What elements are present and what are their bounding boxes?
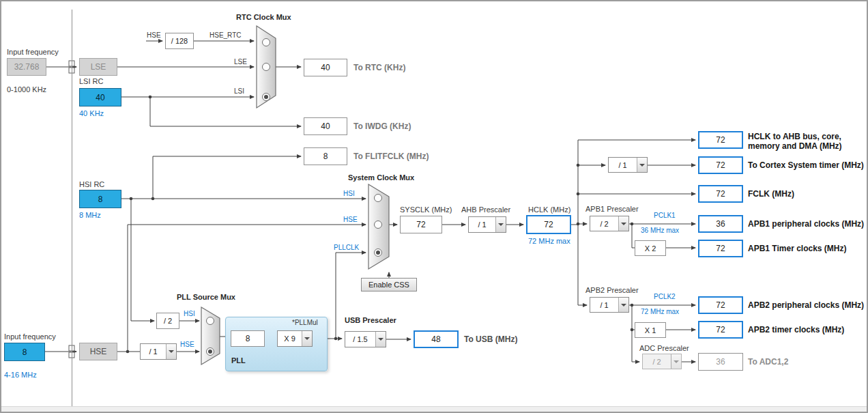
iwdg-clock-value-box: 40 — [304, 117, 347, 135]
ahb-prescaler-value: / 1 — [469, 217, 495, 232]
to-iwdg-label: To IWDG (KHz) — [353, 122, 411, 131]
apb2-prescaler-value: / 1 — [590, 298, 618, 312]
sysclk-value-box[interactable]: 72 — [400, 216, 442, 233]
cortex-prescaler-dropdown[interactable]: / 1 — [608, 157, 648, 173]
apb1-max-caption: 36 MHz max — [641, 227, 679, 234]
hclk-ahb-label-line2: memory and DMA (MHz) — [748, 141, 842, 151]
chevron-down-icon — [618, 298, 628, 312]
sysmux-radio-pllclk[interactable] — [374, 248, 382, 257]
chevron-down-icon — [671, 354, 681, 369]
apb1-timer-multiplier-box: X 2 — [635, 240, 666, 256]
apb1-timer-value-box[interactable]: 72 — [698, 240, 743, 257]
apb2-peripheral-value-box[interactable]: 72 — [698, 296, 743, 314]
sysmux-radio-hsi[interactable] — [374, 194, 382, 202]
sysmux-pllclk-input-label: PLLCLK — [334, 244, 359, 251]
rtc-clock-mux-title: RTC Clock Mux — [236, 13, 291, 21]
chevron-down-icon — [618, 216, 628, 231]
sysmux-radio-hse[interactable] — [374, 220, 382, 229]
pllmux-radio-hsi[interactable] — [206, 317, 214, 325]
pllmul-dropdown[interactable]: X 9 — [277, 330, 313, 347]
ahb-prescaler-dropdown[interactable]: / 1 — [468, 216, 506, 233]
fclk-label: FCLK (MHz) — [748, 189, 794, 199]
to-rtc-label: To RTC (KHz) — [353, 63, 405, 72]
hse-input-frequency-label: Input frequency — [4, 332, 56, 341]
hclk-label: HCLK (MHz) — [528, 205, 570, 214]
apb2-prescaler-dropdown[interactable]: / 1 — [590, 297, 629, 313]
hse-prediv-value: / 1 — [141, 344, 166, 359]
chevron-down-icon — [495, 217, 506, 232]
apb2-timer-value-box[interactable]: 72 — [698, 321, 743, 339]
to-usb-label: To USB (MHz) — [464, 334, 517, 344]
apb1-peripheral-label: APB1 peripheral clocks (MHz) — [748, 219, 864, 229]
cortex-timer-label: To Cortex System timer (MHz) — [748, 160, 864, 170]
apb1-prescaler-dropdown[interactable]: / 2 — [590, 216, 629, 231]
apb1-peripheral-value-box[interactable]: 36 — [698, 215, 743, 233]
apb2-max-caption: 72 MHz max — [641, 308, 679, 315]
pclk1-label: PCLK1 — [654, 212, 676, 219]
adc-prescaler-dropdown: / 2 — [642, 354, 682, 369]
rtc-lse-input-label: LSE — [234, 58, 247, 66]
pll-block-label: PLL — [231, 356, 246, 365]
lsi-frequency-box[interactable]: 40 — [79, 88, 121, 106]
apb2-timer-label: APB2 timer clocks (MHz) — [748, 325, 844, 334]
rtc-hse-divider-box: / 128 — [165, 33, 194, 49]
hsi-rc-label: HSI RC — [79, 180, 104, 188]
apb2-prescaler-label: APB2 Prescaler — [585, 286, 639, 294]
hclk-value-box[interactable]: 72 — [526, 215, 571, 234]
hsi-frequency-box[interactable]: 8 — [79, 190, 121, 208]
pll-input-value-box: 8 — [231, 330, 265, 347]
clock-configuration-canvas: Input frequency 32.768 0-1000 KHz LSE LS… — [0, 0, 868, 413]
sysclk-label: SYSCLK (MHz) — [400, 205, 452, 214]
hclk-ahb-value-box[interactable]: 72 — [698, 131, 743, 149]
rtc-mux-radio-lsi[interactable] — [262, 93, 270, 101]
chevron-down-icon — [637, 158, 647, 172]
fclk-value-box[interactable]: 72 — [698, 185, 743, 203]
pllmux-hse-input-label: HSE — [180, 341, 194, 348]
to-flitfclk-label: To FLITFCLK (MHz) — [353, 152, 429, 161]
pllmul-value: X 9 — [278, 331, 302, 346]
ahb-prescaler-label: AHB Prescaler — [461, 205, 510, 214]
pllmux-hsi-input-label: HSI — [184, 310, 195, 317]
hse-input-frequency-field[interactable]: 8 — [4, 343, 45, 361]
rtc-hse-source-label: HSE — [147, 31, 161, 39]
sysmux-hse-input-label: HSE — [343, 216, 358, 223]
horizontal-scrollbar[interactable] — [1, 406, 867, 412]
cortex-timer-value-box[interactable]: 72 — [698, 156, 743, 174]
hse-frequency-range: 4-16 MHz — [4, 371, 37, 379]
apb1-prescaler-value: / 2 — [590, 216, 618, 231]
sysmux-hsi-input-label: HSI — [343, 190, 355, 197]
usb-prescaler-title: USB Prescaler — [345, 316, 396, 324]
hclk-max-caption: 72 MHz max — [528, 237, 570, 245]
lse-input-frequency-field: 32.768 — [7, 58, 46, 76]
left-panel-divider — [72, 10, 72, 407]
rtc-mux-radio-lse[interactable] — [262, 63, 270, 71]
apb1-timer-label: APB1 Timer clocks (MHz) — [748, 244, 847, 253]
hse-rtc-signal-label: HSE_RTC — [209, 31, 242, 39]
usb-clock-value-box[interactable]: 48 — [414, 330, 459, 348]
pllmux-radio-hse[interactable] — [206, 347, 214, 356]
lse-input-frequency-label: Input frequency — [7, 48, 59, 56]
lse-oscillator-box: LSE — [79, 58, 117, 76]
lse-frequency-range: 0-1000 KHz — [7, 85, 46, 94]
rtc-lsi-input-label: LSI — [234, 87, 244, 95]
hclk-ahb-label-line1: HCLK to AHB bus, core, — [748, 132, 841, 141]
lsi-frequency-caption: 40 KHz — [79, 109, 104, 117]
rtc-mux-radio-hse-rtc[interactable] — [262, 38, 270, 46]
pclk2-label: PCLK2 — [654, 293, 676, 300]
flitfclk-value-box: 8 — [304, 147, 347, 165]
cortex-prescaler-value: / 1 — [609, 158, 637, 172]
pll-hsi-divider-box: / 2 — [156, 313, 179, 329]
chevron-down-icon — [375, 332, 386, 347]
chevron-down-icon — [302, 331, 312, 346]
enable-css-button[interactable]: Enable CSS — [361, 278, 417, 291]
adc-prescaler-value: / 2 — [643, 354, 671, 369]
rtc-clock-value-box: 40 — [304, 59, 347, 76]
hse-prediv-dropdown[interactable]: / 1 — [140, 343, 177, 360]
chevron-down-icon — [166, 344, 176, 359]
apb2-peripheral-label: APB2 peripheral clocks (MHz) — [748, 300, 864, 310]
usb-prescaler-value: / 1.5 — [345, 332, 375, 347]
lsi-rc-label: LSI RC — [79, 77, 103, 85]
pll-source-mux-title: PLL Source Mux — [177, 293, 235, 301]
adc-prescaler-label: ADC Prescaler — [639, 344, 689, 352]
usb-prescaler-dropdown[interactable]: / 1.5 — [345, 331, 386, 347]
